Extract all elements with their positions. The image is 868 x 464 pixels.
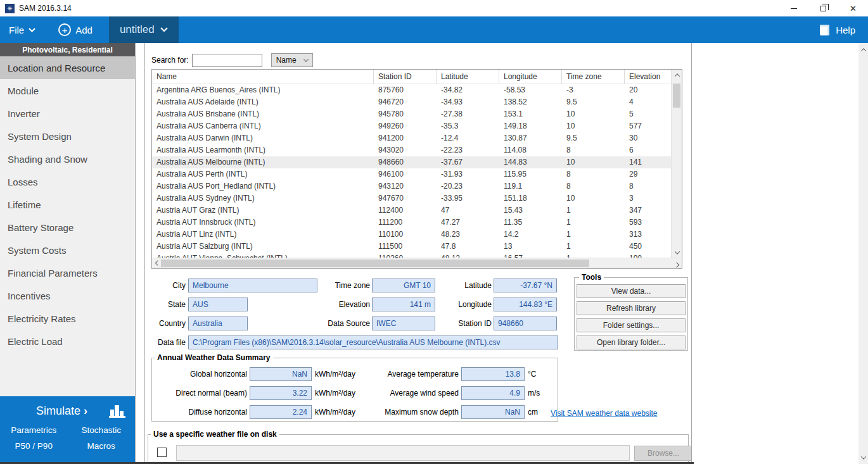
latitude-field[interactable]: -37.67 °N: [494, 279, 557, 292]
column-header[interactable]: Longitude: [499, 70, 562, 84]
weather-data-website-link[interactable]: Visit SAM weather data website: [551, 409, 658, 418]
table-row[interactable]: Australia AUS Brisbane (INTL)945780-27.3…: [152, 108, 671, 120]
scroll-down-button[interactable]: [672, 247, 682, 258]
table-row[interactable]: Argentina ARG Buenos_Aires (INTL)875760-…: [152, 84, 671, 96]
table-vertical-scrollbar[interactable]: [671, 70, 682, 258]
data-file-field[interactable]: C:\Program Files (x86)\SAM\2016.3.14\sol…: [188, 335, 558, 349]
add-case-button[interactable]: + Add: [58, 23, 93, 36]
view-data--button[interactable]: View data...: [577, 284, 686, 298]
summary-value-field[interactable]: 13.8: [461, 367, 525, 381]
country-field[interactable]: Australia: [188, 317, 248, 330]
case-tab-untitled[interactable]: untitled: [109, 16, 179, 43]
summary-value-field[interactable]: 4.9: [461, 386, 525, 400]
column-header[interactable]: Station ID: [374, 70, 437, 84]
summary-value-field[interactable]: NaN: [250, 367, 312, 381]
search-label: Search for:: [151, 56, 189, 65]
summary-unit: kWh/m²/day: [315, 389, 361, 398]
elevation-field[interactable]: 141 m: [372, 298, 435, 311]
sidebar-item-battery-storage[interactable]: Battery Storage: [0, 216, 135, 239]
sidebar-item-incentives[interactable]: Incentives: [0, 284, 135, 307]
sidebar-item-financial-parameters[interactable]: Financial Parameters: [0, 261, 135, 284]
browse-button[interactable]: Browse...: [634, 446, 692, 461]
minimize-button[interactable]: [779, 0, 808, 16]
file-menu[interactable]: File: [9, 25, 35, 35]
sidebar-item-system-design[interactable]: System Design: [0, 125, 135, 147]
table-cell: 946720: [374, 96, 437, 108]
table-row[interactable]: Austria AUT Linz (INTL)11010048.2314.213…: [152, 229, 671, 241]
page-scroll-down-button[interactable]: [858, 452, 868, 463]
page-vertical-scrollbar[interactable]: [858, 43, 868, 464]
add-label: Add: [75, 25, 93, 35]
table-cell: 347: [625, 204, 671, 216]
sidebar-item-location-and-resource[interactable]: Location and Resource: [0, 56, 135, 79]
time-zone-field[interactable]: GMT 10: [372, 279, 435, 292]
sidebar-item-inverter[interactable]: Inverter: [0, 102, 135, 125]
column-header[interactable]: Latitude: [437, 70, 499, 84]
table-cell: 16.57: [499, 253, 562, 258]
window-title: SAM 2016.3.14: [19, 4, 72, 13]
sidebar-item-system-costs[interactable]: System Costs: [0, 239, 135, 261]
table-cell: Austria AUT Graz (INTL): [152, 204, 374, 216]
refresh-library-button[interactable]: Refresh library: [577, 301, 686, 315]
state-field[interactable]: AUS: [188, 298, 248, 311]
page-scroll-up-button[interactable]: [858, 44, 868, 55]
sidebar-item-losses[interactable]: Losses: [0, 170, 135, 193]
table-cell: 9.5: [562, 132, 625, 144]
city-field[interactable]: Melbourne: [188, 279, 317, 292]
sidebar-link-macros[interactable]: Macros: [68, 441, 136, 451]
weather-file-path-input[interactable]: [176, 445, 630, 461]
table-horizontal-scrollbar[interactable]: [152, 258, 682, 268]
column-header[interactable]: Time zone: [562, 70, 625, 84]
station-id-field[interactable]: 948660: [494, 317, 557, 330]
horizontal-scroll-thumb[interactable]: [161, 260, 589, 267]
chevron-down-icon: [29, 28, 35, 32]
table-row[interactable]: Austria AUT Innsbruck (INTL)11120047.271…: [152, 216, 671, 229]
sidebar-link-p50-p90[interactable]: P50 / P90: [0, 441, 68, 451]
table-cell: Australia AUS Canberra (INTL): [152, 120, 374, 132]
table-cell: 1: [562, 229, 625, 241]
table-cell: -20.23: [437, 180, 499, 192]
table-row[interactable]: Australia AUS Sydney (INTL)947670-33.951…: [152, 192, 671, 204]
table-cell: 9.5: [562, 96, 625, 108]
weather-file-title: Use a specific weather file on disk: [151, 430, 279, 439]
sidebar-item-shading-and-snow[interactable]: Shading and Snow: [0, 147, 135, 170]
close-button[interactable]: ✕: [838, 0, 868, 16]
sidebar-item-module[interactable]: Module: [0, 79, 135, 102]
longitude-field[interactable]: 144.83 °E: [494, 298, 557, 311]
folder-settings--button[interactable]: Folder settings...: [577, 318, 686, 332]
column-header[interactable]: Name: [152, 70, 374, 84]
table-row[interactable]: Austria AUT Vienna_Schwechat (INTL)11036…: [152, 253, 671, 258]
table-row[interactable]: Australia AUS Canberra (INTL)949260-35.3…: [152, 120, 671, 132]
chevron-down-icon: [160, 27, 168, 32]
scroll-up-button[interactable]: [672, 70, 682, 80]
table-row[interactable]: Austria AUT Graz (INTL)1124004715.431347: [152, 204, 671, 216]
sidebar-item-electric-load[interactable]: Electric Load: [0, 330, 135, 353]
sidebar-item-lifetime[interactable]: Lifetime: [0, 193, 135, 216]
maximize-button[interactable]: [808, 0, 838, 16]
table-row[interactable]: Australia AUS Learmonth (INTL)943020-22.…: [152, 144, 671, 156]
search-input[interactable]: [192, 54, 262, 67]
table-cell: 114.08: [499, 144, 562, 156]
sidebar-link-parametrics[interactable]: Parametrics: [0, 425, 68, 435]
table-row[interactable]: Australia AUS Melbourne (INTL)948660-37.…: [152, 156, 671, 168]
table-row[interactable]: Australia AUS Darwin (INTL)941200-12.413…: [152, 132, 671, 144]
simulate-button[interactable]: Simulate ›: [0, 396, 135, 425]
data-source-field[interactable]: IWEC: [372, 317, 435, 330]
table-row[interactable]: Australia AUS Port_Hedland (INTL)943120-…: [152, 180, 671, 192]
use-weather-file-checkbox[interactable]: [157, 448, 167, 457]
vertical-scroll-thumb[interactable]: [673, 84, 680, 108]
table-row[interactable]: Austria AUT Salzburg (INTL)11150047.8131…: [152, 241, 671, 253]
table-row[interactable]: Australia AUS Perth (INTL)946100-31.9311…: [152, 168, 671, 180]
table-cell: 115.95: [499, 168, 562, 180]
search-filter-dropdown[interactable]: Name: [271, 53, 313, 67]
scroll-right-button[interactable]: [671, 258, 682, 269]
summary-value-field[interactable]: NaN: [461, 405, 525, 419]
weather-file-group: Use a specific weather file on disk Brow…: [148, 434, 689, 462]
table-row[interactable]: Australia AUS Adelaide (INTL)946720-34.9…: [152, 96, 671, 108]
summary-value-field[interactable]: 3.22: [250, 386, 312, 400]
sidebar-link-stochastic[interactable]: Stochastic: [68, 425, 136, 435]
help-button[interactable]: Help: [820, 25, 855, 35]
summary-value-field[interactable]: 2.24: [250, 405, 312, 419]
sidebar-item-electricity-rates[interactable]: Electricity Rates: [0, 307, 135, 330]
open-library-folder--button[interactable]: Open library folder...: [577, 335, 686, 349]
